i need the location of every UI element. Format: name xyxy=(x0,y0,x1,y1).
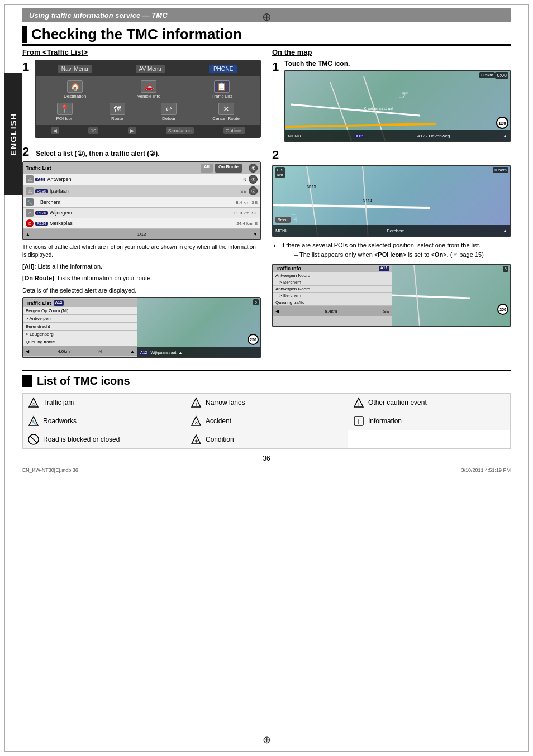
row-icon-merksplas: ⊘ xyxy=(26,219,34,227)
right-step2-label-row: 2 xyxy=(272,148,511,162)
header-banner-text: Using traffic information service — TMC xyxy=(29,11,168,20)
row-dist-wijnegem: 11.8 km xyxy=(234,210,249,216)
map1-badge: A12 xyxy=(354,134,364,138)
ti-row-5: Queuing traffic xyxy=(273,299,392,306)
row-badge-a12: A12 xyxy=(35,178,45,181)
poi-icon-btn[interactable]: 📍 POI Icon xyxy=(56,103,73,121)
map1-road: A12 / Havenweg xyxy=(417,133,450,138)
tl-row-wijnegem[interactable]: ⚠ R120 Wijnegem 11.8 km SE xyxy=(23,208,260,218)
svg-text:Kraaipansestraat: Kraaipansestraat xyxy=(364,107,393,111)
svg-text:!: ! xyxy=(196,402,197,407)
ti-back[interactable]: ◀ xyxy=(275,309,279,314)
row-name-berchem: Berchem xyxy=(40,199,236,205)
left-section-heading: From <Traffic List> xyxy=(22,48,261,56)
navi-menu-btn[interactable]: Navi Menu xyxy=(58,65,92,73)
page-title-text: Checking the TMC information xyxy=(31,26,242,43)
av-menu-btn[interactable]: AV Menu xyxy=(136,65,165,73)
tab-on-route[interactable]: On Route xyxy=(215,164,242,173)
tmc-title-text: List of TMC icons xyxy=(37,375,130,387)
map1-time: 0:08 xyxy=(495,72,508,79)
traffic-list-icon[interactable]: 📋 Traffic List xyxy=(212,80,232,99)
back-btn[interactable]: ◀ xyxy=(51,127,59,134)
tmc-item-narrow-lanes: ! Narrow lanes xyxy=(185,394,348,412)
step2-instruction: Select a list (①), then a traffic alert … xyxy=(36,150,159,157)
map2-bottom-label: Berchem xyxy=(387,228,404,233)
right-column: On the map 1 Touch the TMC icon. Kra xyxy=(272,48,511,358)
row-icon-berchem: 🔧 xyxy=(26,198,34,206)
detail-badge: A12 xyxy=(54,300,64,306)
on-route-label: [On Route] xyxy=(22,275,54,281)
simulation-btn[interactable]: Simulation xyxy=(166,127,194,134)
tl-page-indicator: 1/13 xyxy=(137,232,146,237)
footer-file: EN_KW-NT30[E].indb 36 xyxy=(22,467,78,473)
left-column: From <Traffic List> 1 Navi Menu AV Menu … xyxy=(22,48,261,358)
tl-up-arrow[interactable]: ▲ xyxy=(26,232,30,237)
row-dir-merksplas: E xyxy=(255,221,258,226)
details-note: Details of the selected alert are displa… xyxy=(22,286,261,295)
ti-footer: ◀ 8.4km SE xyxy=(273,306,392,316)
tmc-col-3: ! Other caution event i Information xyxy=(348,394,510,448)
nav-icons-row2: 📍 POI Icon 🗺 Route ↩ Detour xyxy=(36,102,260,125)
cancel-route-btn[interactable]: ✕ Cancel Route xyxy=(212,103,239,121)
detail-up[interactable]: ▲ xyxy=(130,349,135,354)
tl-title: Traffic List xyxy=(26,165,51,171)
tmc-item-information: i Information xyxy=(348,412,510,430)
forward-btn[interactable]: ▶ xyxy=(128,127,136,134)
destination-icon[interactable]: 🏠 Destination xyxy=(64,80,86,99)
map2-arrow: ▲ xyxy=(503,228,507,233)
vehicle-info-icon[interactable]: 🚗 Vehicle Info xyxy=(137,80,160,99)
tl-down-arrow[interactable]: ▼ xyxy=(253,232,258,237)
ti-dir: SE xyxy=(383,309,389,314)
phone-btn[interactable]: PHONE xyxy=(209,65,238,73)
map2-dist: 0.5km xyxy=(493,167,508,173)
on-route-desc: [On Route]: Lists the information on you… xyxy=(22,274,261,283)
select-btn[interactable]: Select xyxy=(275,217,291,223)
detail-row-4: > Leugenberg xyxy=(23,331,137,338)
row-dir-antwerpen: N xyxy=(243,177,246,182)
detail-left-panel: Traffic List A12 Bergen Op Zoom (Ni) > A… xyxy=(23,298,137,357)
map1-menu[interactable]: MENU xyxy=(288,133,301,138)
options-btn[interactable]: Options xyxy=(223,127,245,134)
tl-row-ijzerlaan[interactable]: ⚠ R180 Ijzerlaan SE ② xyxy=(23,185,260,197)
main-content: Checking the TMC information From <Traff… xyxy=(22,26,511,358)
svg-text:✕: ✕ xyxy=(194,420,198,425)
map2-menu[interactable]: MENU xyxy=(275,228,289,233)
information-icon: i xyxy=(353,415,365,427)
tmc-title-bar xyxy=(22,375,32,387)
tab-all[interactable]: All xyxy=(201,164,213,173)
circle-2: ② xyxy=(249,186,258,195)
tmc-title: List of TMC icons xyxy=(22,375,511,387)
svg-text:❄: ❄ xyxy=(194,439,198,444)
crosshair-icon: ⊕ xyxy=(260,10,273,23)
row-badge-r120: R120 xyxy=(35,211,48,215)
detail-row-2: > Antwerpen xyxy=(23,315,137,323)
crosshair-bottom-icon: ⊕ xyxy=(263,734,271,746)
tl-row-berchem[interactable]: 🔧 Berchem 8.4 km SE xyxy=(23,197,260,208)
step2-number: 2 xyxy=(22,145,29,159)
svg-line-17 xyxy=(30,436,37,443)
ti-row-3: Antwerpen Noord xyxy=(273,286,392,293)
detail-back[interactable]: ◀ xyxy=(26,349,29,354)
page-number: 36 xyxy=(0,454,533,462)
tl-footer: ▲ 1/13 ▼ xyxy=(23,229,260,239)
traffic-list-screen: Traffic List All On Route ① ⚠ A12 Antwer… xyxy=(22,161,261,240)
traffic-info-inner: Traffic Info A12 Antwerpen Noord -> Berc… xyxy=(273,265,510,326)
all-desc-text: : Lists all the information. xyxy=(34,263,102,270)
detail-title: Traffic List xyxy=(26,300,51,306)
route-btn[interactable]: 🗺 Route xyxy=(110,103,125,121)
row-icon-wijnegem: ⚠ xyxy=(26,209,34,217)
tmc-label-road-blocked: Road is blocked or closed xyxy=(43,436,120,443)
ti-map-svg xyxy=(392,265,510,326)
margin-marks-right xyxy=(505,17,516,50)
right-section-heading: On the map xyxy=(272,48,511,56)
detour-btn[interactable]: ↩ Detour xyxy=(161,103,177,121)
sidebar-label: ENGLISH xyxy=(9,113,18,155)
detail-map: 5 250 A12 Wijkpalmstraat ▲ xyxy=(137,298,260,357)
tl-row-merksplas[interactable]: ⊘ R124 Merksplas 24.4 km E xyxy=(23,218,260,229)
tl-row-antwerpen[interactable]: ⚠ A12 Antwerpen N ① xyxy=(23,174,260,185)
ti-row-4: -> Berchem xyxy=(273,293,392,299)
tmc-col-1: ⚠ Traffic jam 🔧 Roadworks xyxy=(23,394,185,448)
row-icon-antwerpen: ⚠ xyxy=(26,175,34,183)
detail-screen: Traffic List A12 Bergen Op Zoom (Ni) > A… xyxy=(22,297,261,358)
right-step2-number: 2 xyxy=(272,148,279,162)
